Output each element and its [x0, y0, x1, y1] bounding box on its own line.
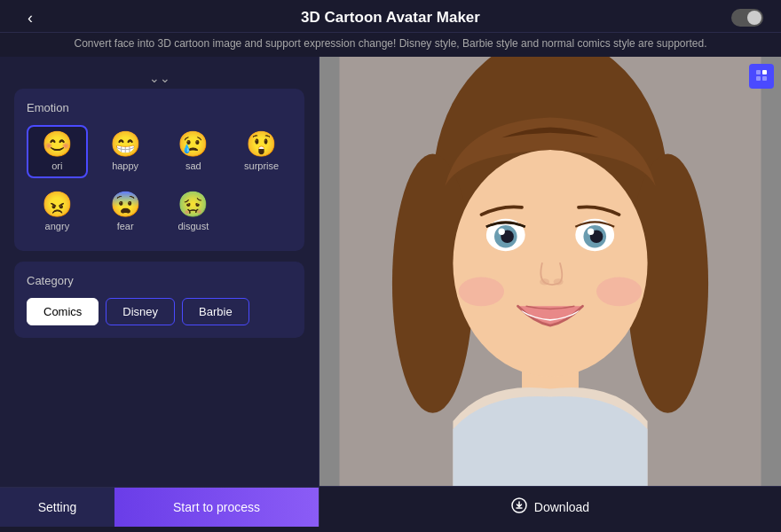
back-button[interactable]: ‹ — [18, 5, 43, 30]
category-barbie-button[interactable]: Barbie — [182, 298, 249, 325]
app-title: 3D Cartoon Avatar Maker — [301, 9, 480, 27]
download-icon — [511, 497, 527, 516]
emotion-grid: 😊 ori 😁 happy 😢 sad 😲 surprise — [27, 125, 292, 239]
left-panel: ⌄⌄ Emotion 😊 ori 😁 happy 😢 — [0, 57, 320, 527]
emotion-angry-label: angry — [45, 221, 70, 231]
svg-rect-1 — [762, 70, 767, 74]
svg-point-16 — [499, 229, 505, 235]
main-content: ⌄⌄ Emotion 😊 ori 😁 happy 😢 — [0, 57, 781, 527]
emotion-angry[interactable]: 😠 angry — [27, 185, 88, 239]
emotion-fear-emoji: 😨 — [110, 192, 141, 217]
emotion-disgust[interactable]: 🤢 disgust — [163, 185, 225, 239]
emotion-fear[interactable]: 😨 fear — [95, 185, 156, 239]
svg-rect-0 — [756, 70, 761, 74]
download-label: Download — [534, 500, 589, 514]
emotion-label: Emotion — [27, 101, 292, 114]
dark-mode-toggle[interactable] — [731, 9, 763, 27]
emotion-angry-emoji: 😠 — [42, 192, 73, 217]
download-button[interactable]: Download — [511, 497, 589, 516]
category-comics-button[interactable]: Comics — [27, 298, 99, 325]
expand-icon — [755, 69, 768, 84]
toggle-knob — [747, 11, 761, 25]
emotion-surprise[interactable]: 😲 surprise — [231, 125, 292, 178]
header: ‹ 3D Cartoon Avatar Maker — [0, 0, 781, 33]
subtitle-text: Convert face into 3D cartoon image and s… — [0, 33, 781, 57]
category-section: Category Comics Disney Barbie — [14, 262, 304, 338]
emotion-sad-emoji: 😢 — [178, 132, 209, 157]
setting-button[interactable]: Setting — [0, 488, 114, 527]
emotion-happy[interactable]: 😁 happy — [95, 125, 156, 178]
emotion-fear-label: fear — [117, 221, 134, 231]
emotion-surprise-label: surprise — [244, 160, 279, 171]
collapse-icon: ⌄⌄ — [149, 71, 170, 85]
svg-rect-3 — [762, 76, 767, 81]
svg-point-10 — [453, 150, 647, 377]
emotion-surprise-emoji: 😲 — [246, 132, 277, 157]
svg-point-22 — [554, 278, 564, 285]
bottom-bar-right: Download — [320, 486, 781, 527]
emotion-happy-label: happy — [112, 160, 138, 171]
emotion-ori-label: ori — [51, 160, 62, 171]
emotion-sad-label: sad — [185, 160, 201, 171]
avatar-container — [320, 57, 781, 486]
svg-point-12 — [596, 277, 642, 306]
emotion-ori-emoji: 😊 — [42, 132, 73, 157]
avatar-image — [320, 57, 781, 486]
svg-point-20 — [588, 229, 594, 235]
emotion-disgust-label: disgust — [178, 221, 209, 231]
svg-point-11 — [459, 277, 504, 306]
bottom-bar-left: Setting Start to process — [0, 487, 319, 527]
expand-button[interactable] — [749, 64, 774, 89]
emotion-sad[interactable]: 😢 sad — [163, 125, 225, 178]
emotion-section: Emotion 😊 ori 😁 happy 😢 sad — [14, 89, 304, 251]
back-icon: ‹ — [28, 9, 33, 27]
collapse-button[interactable]: ⌄⌄ — [14, 66, 304, 89]
start-process-button[interactable]: Start to process — [114, 488, 319, 527]
svg-rect-2 — [756, 76, 761, 81]
category-disney-button[interactable]: Disney — [106, 298, 175, 325]
emotion-disgust-emoji: 🤢 — [178, 192, 209, 217]
panel-scroll-content: ⌄⌄ Emotion 😊 ori 😁 happy 😢 — [0, 57, 319, 487]
emotion-ori[interactable]: 😊 ori — [27, 125, 88, 178]
category-label: Category — [27, 274, 292, 287]
category-buttons: Comics Disney Barbie — [27, 298, 292, 325]
svg-point-21 — [540, 278, 549, 285]
right-panel: Download — [320, 57, 781, 527]
emotion-happy-emoji: 😁 — [110, 132, 141, 157]
